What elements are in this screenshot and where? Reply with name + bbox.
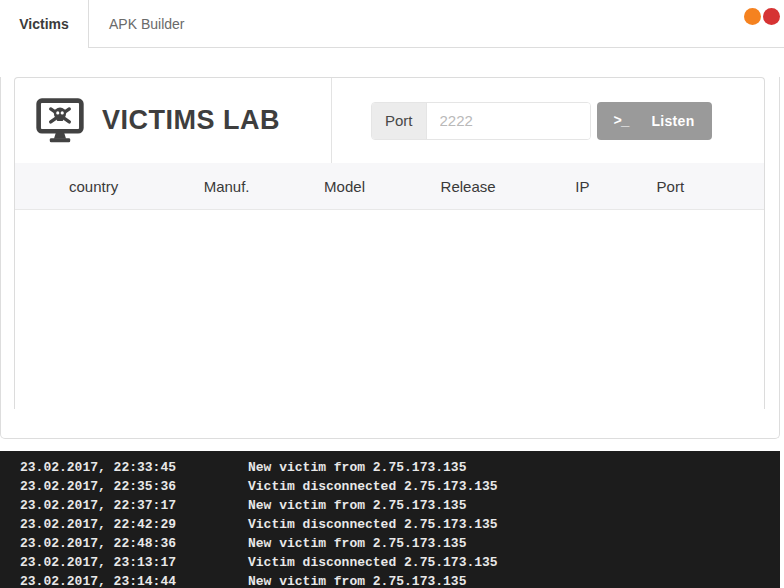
port-label: Port <box>372 103 427 139</box>
log-time: 23.02.2017, 22:48:36 <box>20 534 248 553</box>
column-header-manuf: Manuf. <box>172 178 281 195</box>
port-input[interactable] <box>427 103 590 139</box>
log-message: New victim from 2.75.173.135 <box>248 496 466 515</box>
column-header-model: Model <box>281 178 408 195</box>
log-time: 23.02.2017, 22:42:29 <box>20 515 248 534</box>
log-entry: 23.02.2017, 22:37:17 New victim from 2.7… <box>20 496 780 515</box>
log-message: New victim from 2.75.173.135 <box>248 572 466 588</box>
log-entry: 23.02.2017, 22:48:36 New victim from 2.7… <box>20 534 780 553</box>
log-entry: 23.02.2017, 22:35:36 Victim disconnected… <box>20 477 780 496</box>
log-entry: 23.02.2017, 23:14:44 New victim from 2.7… <box>20 572 780 588</box>
listen-button-label: Listen <box>651 113 694 129</box>
close-window-icon[interactable] <box>763 8 780 25</box>
log-time: 23.02.2017, 23:13:17 <box>20 553 248 572</box>
page-title: VICTIMS LAB <box>102 105 280 136</box>
brand-cell: VICTIMS LAB <box>15 78 332 163</box>
column-header-country: country <box>15 178 172 195</box>
column-header-release: Release <box>408 178 528 195</box>
panel-header: VICTIMS LAB Port >_ Listen <box>15 78 764 163</box>
column-header-ip: IP <box>528 178 637 195</box>
victims-tab-content: VICTIMS LAB Port >_ Listen country Manuf… <box>0 77 780 439</box>
log-time: 23.02.2017, 22:33:45 <box>20 458 248 477</box>
window-controls <box>744 8 781 29</box>
log-time: 23.02.2017, 22:35:36 <box>20 477 248 496</box>
victims-table-body <box>15 210 764 409</box>
tab-victims[interactable]: Victims <box>0 0 89 48</box>
column-header-port: Port <box>637 178 704 195</box>
log-entry: 23.02.2017, 22:33:45 New victim from 2.7… <box>20 458 780 477</box>
log-message: Victim disconnected 2.75.173.135 <box>248 515 498 534</box>
log-message: Victim disconnected 2.75.173.135 <box>248 477 498 496</box>
log-message: New victim from 2.75.173.135 <box>248 458 466 477</box>
tab-apk-builder[interactable]: APK Builder <box>89 0 204 47</box>
log-message: Victim disconnected 2.75.173.135 <box>248 553 498 572</box>
log-entry: 23.02.2017, 22:42:29 Victim disconnected… <box>20 515 780 534</box>
log-message: New victim from 2.75.173.135 <box>248 534 466 553</box>
log-time: 23.02.2017, 22:37:17 <box>20 496 248 515</box>
victims-lab-panel: VICTIMS LAB Port >_ Listen country Manuf… <box>14 77 765 409</box>
tab-bar: Victims APK Builder <box>0 0 784 48</box>
listen-form: Port >_ Listen <box>332 78 764 163</box>
listen-button[interactable]: >_ Listen <box>597 102 712 140</box>
victims-table-header: country Manuf. Model Release IP Port <box>15 163 764 210</box>
port-input-group: Port <box>371 102 591 140</box>
event-log-console[interactable]: 23.02.2017, 22:33:45 New victim from 2.7… <box>0 451 780 588</box>
log-time: 23.02.2017, 23:14:44 <box>20 572 248 588</box>
terminal-prompt-icon: >_ <box>614 113 629 129</box>
log-entry: 23.02.2017, 23:13:17 Victim disconnected… <box>20 553 780 572</box>
minimize-window-icon[interactable] <box>744 8 761 25</box>
skull-monitor-icon <box>34 95 86 147</box>
